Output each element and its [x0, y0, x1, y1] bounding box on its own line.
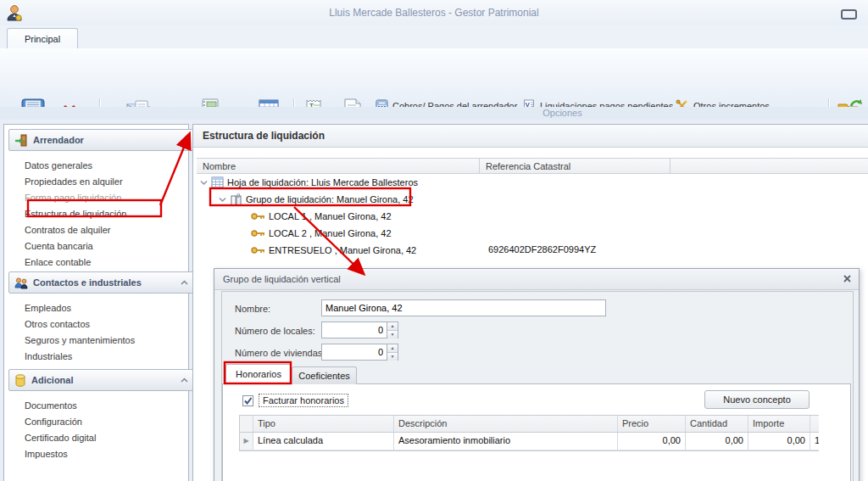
- tree-row-grupo[interactable]: Grupo de liquidación: Manuel Girona, 42: [219, 191, 414, 208]
- tree-column-empty[interactable]: [670, 158, 868, 174]
- chevron-up-icon: [181, 137, 188, 143]
- tab-coeficientes[interactable]: Coeficientes: [292, 366, 357, 384]
- dialog-close-icon[interactable]: [842, 274, 852, 284]
- facturar-checkbox-label[interactable]: Facturar honorarios: [259, 394, 348, 407]
- tab-principal[interactable]: Principal: [7, 28, 78, 49]
- chevron-up-icon: [181, 378, 188, 383]
- referencia-catastral-value: 6926402DF2862F0994YZ: [488, 244, 596, 254]
- tree-row-entresuelo[interactable]: ENTRESUELO , Manuel Girona, 42: [251, 242, 416, 259]
- cell-importe: 0,00: [748, 433, 810, 450]
- grupo-liquidacion-dialog: Grupo de liquidación vertical Nombre: Nú…: [214, 268, 860, 481]
- nombre-input[interactable]: [321, 299, 606, 316]
- ribbon-group-caption: Opciones: [0, 107, 868, 120]
- sidebar-item-estructura-liquidacion[interactable]: Estructura de liquidación: [25, 206, 186, 222]
- tree-row-label: LOCAL 1 , Manuel Girona, 42: [269, 211, 392, 221]
- locales-label: Número de locales:: [235, 326, 315, 336]
- minimize-button[interactable]: [841, 9, 857, 20]
- key-icon: [251, 246, 265, 254]
- expand-chevron-icon: [219, 197, 226, 203]
- tree-row-hoja[interactable]: Hoja de liquidación: Lluis Mercade Balle…: [200, 174, 418, 191]
- facturar-checkbox[interactable]: [242, 395, 253, 406]
- door-icon: [14, 134, 28, 147]
- spin-down-icon: ▼: [387, 331, 398, 338]
- key-icon: [251, 229, 265, 238]
- grid-header-row: Tipo Descripción Precio Cantidad Importe: [240, 416, 819, 433]
- page-title-bar: Estructura de liquidación: [193, 125, 868, 148]
- locales-input[interactable]: [321, 322, 387, 338]
- grid-header-indicator: [240, 416, 253, 432]
- viviendas-input[interactable]: [321, 344, 387, 361]
- cell-clipped: 1: [810, 433, 819, 450]
- section-title: Adicional: [31, 375, 74, 385]
- dialog-title: Grupo de liquidación vertical: [223, 274, 341, 284]
- sidebar-item-empleados[interactable]: Empleados: [25, 300, 186, 316]
- section-title: Arrendador: [33, 135, 84, 145]
- nuevo-concepto-button[interactable]: Nuevo concepto: [704, 390, 810, 409]
- grid-header-clipped: [810, 416, 819, 432]
- cell-descripcion: Asesoramiento inmobiliario: [394, 433, 618, 450]
- sidebar-item-configuracion[interactable]: Configuración: [25, 414, 186, 430]
- sidebar-item-datos-generales[interactable]: Datos generales: [25, 158, 186, 174]
- grid-header-importe[interactable]: Importe: [748, 416, 810, 432]
- ribbon: Guardary cerrar Incidencias ynotificacio…: [0, 48, 868, 107]
- tree-row-local2[interactable]: LOCAL 2 , Manuel Girona, 42: [251, 225, 392, 242]
- app-window: Lluis Mercade Ballesteros - Gestor Patri…: [0, 0, 868, 481]
- sidebar-section-adicional[interactable]: Adicional: [8, 369, 194, 391]
- cell-cantidad: 0,00: [686, 433, 748, 450]
- grid-header-cantidad[interactable]: Cantidad: [686, 416, 748, 432]
- cell-tipo: Línea calculada: [253, 433, 394, 450]
- database-icon: [14, 374, 26, 387]
- honorarios-tab-panel: Facturar honorarios Nuevo concepto Tipo …: [222, 383, 851, 481]
- tree-row-label: LOCAL 2 , Manuel Girona, 42: [269, 228, 392, 238]
- viviendas-spinner[interactable]: ▲▼: [387, 344, 398, 361]
- window-title: Lluis Mercade Ballesteros - Gestor Patri…: [0, 7, 868, 19]
- sheet-icon: [211, 176, 224, 188]
- sidebar-section-contactos[interactable]: Contactos e industriales: [8, 271, 194, 294]
- tree-row-label: ENTRESUELO , Manuel Girona, 42: [269, 245, 416, 255]
- sidebar-item-certificado-digital[interactable]: Certificado digital: [25, 430, 186, 446]
- tree-row-label: Hoja de liquidación: Lluis Mercade Balle…: [227, 177, 418, 187]
- sidebar-item-documentos[interactable]: Documentos: [25, 398, 186, 414]
- tree-row-label: Grupo de liquidación: Manuel Girona, 42: [246, 194, 414, 204]
- sidebar-item-industriales[interactable]: Industriales: [25, 349, 186, 365]
- grid-header-precio[interactable]: Precio: [618, 416, 686, 432]
- opciones-caption: Opciones: [297, 108, 828, 118]
- chevron-up-icon: [181, 280, 188, 285]
- check-icon: [243, 396, 253, 405]
- dialog-title-bar[interactable]: Grupo de liquidación vertical: [214, 269, 859, 290]
- people-icon: [14, 277, 28, 289]
- tree-row-local1[interactable]: LOCAL 1 , Manuel Girona, 42: [251, 208, 392, 225]
- sidebar-item-propiedades[interactable]: Propiedades en alquiler: [25, 174, 186, 190]
- sidebar-item-seguros[interactable]: Seguros y mantenimientos: [25, 333, 186, 349]
- tree-column-referencia[interactable]: Referencia Catastral: [480, 158, 670, 174]
- sidebar-item-otros-contactos[interactable]: Otros contactos: [25, 316, 186, 333]
- locales-spinner[interactable]: ▲▼: [387, 322, 398, 338]
- spin-up-icon: ▲: [387, 344, 398, 353]
- spin-up-icon: ▲: [387, 322, 398, 331]
- tab-honorarios[interactable]: Honorarios: [225, 364, 292, 384]
- sidebar-section-arrendador[interactable]: Arrendador: [8, 129, 194, 151]
- sidebar-item-forma-pago[interactable]: Forma pago liquidación: [25, 190, 186, 206]
- ribbon-tab-row: Principal: [0, 25, 868, 49]
- tree-column-nombre[interactable]: Nombre: [197, 158, 480, 174]
- group-books-icon: [230, 193, 242, 206]
- grid-header-descripcion[interactable]: Descripción: [394, 416, 618, 432]
- grid-header-tipo[interactable]: Tipo: [253, 416, 394, 432]
- grid-data-row[interactable]: ▶ Línea calculada Asesoramiento inmobili…: [240, 433, 819, 450]
- sidebar-item-contratos[interactable]: Contratos de alquiler: [25, 222, 186, 238]
- page-title: Estructura de liquidación: [203, 130, 325, 142]
- spin-down-icon: ▼: [387, 353, 398, 361]
- expand-chevron-icon: [200, 180, 208, 186]
- honorarios-grid: Tipo Descripción Precio Cantidad Importe…: [239, 415, 819, 451]
- sidebar-item-impuestos[interactable]: Impuestos: [25, 446, 186, 462]
- cell-precio: 0,00: [618, 433, 686, 450]
- row-indicator-icon: ▶: [240, 433, 253, 450]
- section-title: Contactos e industriales: [33, 277, 142, 288]
- title-bar: Lluis Mercade Ballesteros - Gestor Patri…: [0, 0, 868, 26]
- sidebar-item-cuenta-bancaria[interactable]: Cuenta bancaria: [25, 238, 186, 254]
- key-icon: [251, 212, 265, 221]
- viviendas-label: Número de viviendas:: [235, 348, 325, 358]
- sidebar-item-enlace-contable[interactable]: Enlace contable: [25, 254, 186, 271]
- sidebar: Arrendador Datos generales Propiedades e…: [3, 124, 189, 481]
- nombre-label: Nombre:: [235, 304, 270, 314]
